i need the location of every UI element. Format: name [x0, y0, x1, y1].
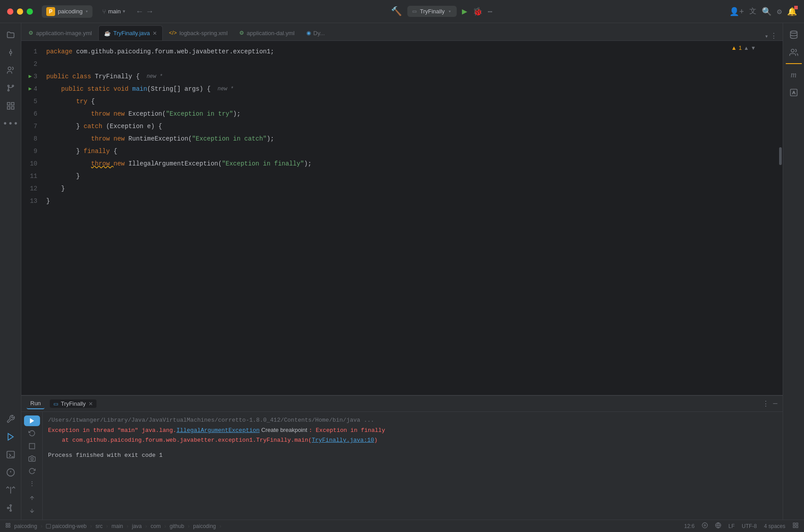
run-arrow-4[interactable]: ▶: [28, 83, 32, 95]
sidebar-item-git[interactable]: [3, 500, 19, 516]
run-sidebar-replay-button[interactable]: [24, 466, 40, 476]
project-chevron-icon: ▾: [85, 8, 88, 14]
chevron-up-icon[interactable]: ▲: [744, 45, 749, 51]
breadcrumb-src[interactable]: src: [96, 523, 103, 529]
breadcrumb-com[interactable]: com: [151, 523, 161, 529]
warning-badge[interactable]: ▲ 1 ▲ ▼: [731, 44, 756, 51]
tab-yaml-icon: ⚙: [239, 30, 244, 36]
sidebar-item-plugins[interactable]: [3, 98, 19, 114]
right-icon-m[interactable]: m: [786, 67, 802, 83]
tab-xml-icon: </>: [169, 30, 177, 36]
bottom-minimize-icon[interactable]: ─: [773, 400, 777, 408]
svg-rect-40: [793, 523, 795, 525]
run-sidebar-scroll-down[interactable]: [24, 505, 40, 516]
status-git-icon[interactable]: [702, 522, 708, 530]
close-button[interactable]: [7, 8, 13, 15]
nav-forward-button[interactable]: →: [145, 5, 154, 18]
status-encoding[interactable]: UTF-8: [742, 523, 757, 529]
svg-rect-35: [8, 526, 10, 528]
sidebar-item-commit[interactable]: [3, 44, 19, 60]
run-config-display[interactable]: ▭ TryFinally ✕: [50, 399, 96, 408]
status-lang-icon[interactable]: [715, 522, 721, 530]
code-line-11: }: [43, 170, 777, 182]
breadcrumb-paicoding2[interactable]: paicoding: [193, 523, 216, 529]
sidebar-item-run[interactable]: [3, 429, 19, 445]
breadcrumb-main[interactable]: main: [112, 523, 123, 529]
bottom-actions: ⋮ ─: [762, 399, 777, 408]
translate-icon[interactable]: 文: [749, 7, 756, 16]
tab-label: application-image.yml: [36, 30, 92, 36]
tab-tryfinally-java[interactable]: ☕ TryFinally.java ✕: [98, 25, 163, 40]
code-content[interactable]: package com.github.paicoding.forum.web.j…: [43, 41, 777, 395]
search-icon[interactable]: 🔍: [762, 7, 772, 16]
breadcrumb-paicoding[interactable]: paicoding: [14, 523, 37, 529]
person-plus-icon[interactable]: 👤+: [729, 7, 744, 16]
tabs-options-icon[interactable]: ⋮: [770, 32, 777, 40]
tab-application-image-yml[interactable]: ⚙ application-image.yml: [23, 25, 97, 40]
sidebar-item-git-merge[interactable]: [3, 482, 19, 498]
bottom-tab-run[interactable]: Run: [27, 398, 44, 409]
branch-selector[interactable]: ⑂ main ▾: [98, 6, 130, 17]
sidebar-item-more[interactable]: •••: [3, 116, 19, 132]
minimize-button[interactable]: [17, 8, 23, 15]
statusbar: paicoding › paicoding-web › src › main ›…: [0, 520, 804, 532]
run-sidebar-scroll-up[interactable]: [24, 493, 40, 504]
status-layout-icon[interactable]: [792, 522, 799, 530]
nav-back-button[interactable]: ←: [135, 5, 144, 18]
sidebar-item-branch[interactable]: [3, 80, 19, 96]
run-sidebar-rerun-button[interactable]: [24, 428, 40, 439]
svg-rect-36: [46, 524, 51, 528]
svg-rect-9: [11, 103, 14, 105]
maximize-button[interactable]: [27, 8, 33, 15]
tab-application-dal-yml[interactable]: ⚙ application-dal.yml: [234, 25, 300, 40]
run-config-chevron-icon: ▾: [448, 8, 451, 14]
status-position[interactable]: 12:6: [684, 523, 695, 529]
hammer-icon: 🔨: [391, 6, 402, 17]
sidebar-item-people[interactable]: [3, 62, 19, 78]
bottom-content: ⋮ /Users/itwanger/Library: [21, 412, 783, 520]
run-sidebar-run-button[interactable]: [24, 415, 40, 426]
run-arrow-3[interactable]: ▶: [28, 70, 32, 83]
debug-button[interactable]: 🐞: [473, 7, 482, 16]
chevron-down-icon[interactable]: ▼: [751, 45, 756, 51]
run-config-close-icon[interactable]: ✕: [88, 401, 93, 407]
tryfinally-link[interactable]: TryFinally.java:10: [312, 437, 374, 443]
tab-logback-xml[interactable]: </> logback-spring.xml: [164, 25, 233, 40]
more-options-icon[interactable]: ⋯: [488, 7, 493, 16]
output-error-line-2: at com.github.paicoding.forum.web.javabe…: [48, 435, 777, 445]
right-icon-team[interactable]: [786, 44, 802, 60]
tabs-dropdown-icon[interactable]: ▾: [765, 32, 768, 40]
breadcrumb-github[interactable]: github: [169, 523, 184, 529]
run-button[interactable]: ▶: [462, 6, 467, 17]
run-sidebar-stop-button[interactable]: [24, 441, 40, 451]
scroll-thumb[interactable]: [779, 147, 782, 165]
traffic-lights: [7, 8, 33, 15]
run-sidebar-options-button[interactable]: ⋮: [24, 478, 40, 489]
sidebar-item-terminal[interactable]: [3, 447, 19, 463]
breadcrumb-paicoding-web[interactable]: paicoding-web: [46, 523, 86, 529]
bottom-more-icon[interactable]: ⋮: [762, 399, 769, 408]
status-lf[interactable]: LF: [728, 523, 735, 529]
sidebar-item-folder[interactable]: [3, 27, 19, 43]
breadcrumb-folder-icon: [5, 523, 11, 529]
run-config-name: TryFinally: [420, 8, 445, 15]
line-number-10: 10: [21, 157, 37, 170]
right-icon-a[interactable]: A: [786, 85, 802, 101]
tab-close-button[interactable]: ✕: [153, 30, 157, 36]
editor-scrollbar[interactable]: [777, 41, 783, 395]
run-sidebar-camera-button[interactable]: [24, 453, 40, 464]
sidebar-item-build[interactable]: [3, 411, 19, 427]
project-selector[interactable]: P paicoding ▾: [42, 5, 92, 18]
status-indent[interactable]: 4 spaces: [764, 523, 785, 529]
run-config-window-icon: ▭: [413, 8, 416, 15]
line-number-4: ▶ 4: [21, 83, 37, 95]
tab-dy[interactable]: ◉ Dy...: [301, 25, 330, 40]
run-config[interactable]: ▭ TryFinally ▾: [407, 6, 457, 17]
breadcrumb-java[interactable]: java: [132, 523, 142, 529]
right-icon-db[interactable]: [786, 27, 802, 43]
sidebar-item-warning[interactable]: [3, 464, 19, 480]
settings-icon[interactable]: ⚙: [777, 7, 782, 16]
illegal-argument-exception-link[interactable]: IllegalArgumentException: [177, 427, 260, 434]
code-line-4: public static void main(String[] args) {…: [43, 83, 777, 95]
svg-rect-10: [7, 107, 10, 109]
